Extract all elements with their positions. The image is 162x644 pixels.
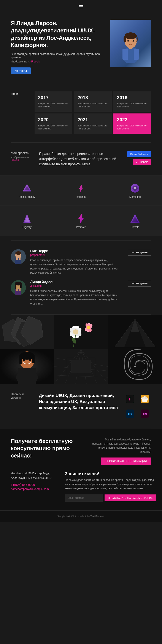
- gallery-cell-1: [0, 315, 54, 349]
- svg-rect-8: [128, 49, 134, 61]
- logo-cell-elevate[interactable]: Elevate: [108, 206, 162, 236]
- gallery-cell-2: [54, 315, 108, 349]
- testimonial-text-0: Статья, очевидно, прибыла экспресс-высас…: [30, 258, 119, 275]
- signup-form: Запишите меня! На самом деле добиться эт…: [65, 471, 156, 502]
- testimonials-section: Ник Перри разработчик Статья, очевидно, …: [0, 240, 162, 314]
- logo-icon: [22, 183, 32, 194]
- logo-cell-digitally[interactable]: Digitally: [0, 206, 54, 236]
- contact-phone: +1(505) 556-9999: [11, 483, 58, 486]
- logo-name: Elevate: [131, 226, 139, 229]
- projects-freepik-link[interactable]: Freepik: [11, 158, 19, 161]
- logo-cell-promote[interactable]: Promote: [54, 206, 108, 236]
- consultation-section: Получите бесплатную консультацию прямо с…: [0, 429, 162, 510]
- hero-freepik-link[interactable]: Freepik: [31, 60, 40, 63]
- consultation-top: Получите бесплатную консультацию прямо с…: [11, 438, 151, 465]
- testimonial-role-1: дизайнер: [30, 284, 119, 288]
- contact-email: namecompany@example.com: [11, 487, 58, 490]
- skill-icon-sketch: [138, 392, 151, 406]
- hero-section: Я Линда Ларсон, двадцатидевятилетний UI/…: [0, 11, 162, 83]
- consultation-title: Получите бесплатную консультацию прямо с…: [11, 438, 76, 460]
- dribbble-icon: ●: [136, 160, 138, 164]
- gallery-cell-5: [54, 349, 108, 384]
- logo-name: Digitally: [22, 226, 32, 229]
- svg-rect-25: [16, 258, 18, 260]
- contact-button[interactable]: Контакты: [11, 68, 31, 74]
- logo-cell-rising-agency[interactable]: Rising Agency: [0, 176, 54, 206]
- logo-icon: [76, 213, 86, 224]
- hero-subtitle: В настоящее время я возглавляю команду д…: [11, 52, 106, 59]
- logo-grid: Rising AgencyInfluenceMarketingDigitally…: [0, 176, 162, 236]
- behance-button[interactable]: Bē на Behance: [127, 151, 151, 157]
- read-more-button-0[interactable]: читать далее: [128, 249, 151, 256]
- year-card-2017: 2017Sample text. Click to select the Tex…: [34, 92, 72, 112]
- testimonial-name-0: Ник Перри: [30, 249, 119, 253]
- projects-label: Мои проекты: [11, 151, 34, 155]
- experience-section: Опыт 2017Sample text. Click to select th…: [0, 83, 162, 142]
- skill-icon-xd: Xd: [138, 407, 151, 420]
- gallery-cell-6: [108, 349, 162, 384]
- testimonial-item-0: Ник Перри разработчик Статья, очевидно, …: [11, 249, 151, 275]
- hero-photo: [110, 20, 151, 67]
- svg-point-27: [15, 251, 22, 255]
- year-card-2020: 2020Sample text. Click to select the Tex…: [34, 114, 72, 134]
- person-illustration: [118, 24, 144, 63]
- svg-point-3: [125, 32, 137, 39]
- svg-rect-79: [71, 360, 91, 373]
- contact-address: Нью-Йорк, 4456 Паркер Роуд, Аллентаун, Н…: [11, 471, 58, 480]
- logo-cell-influence[interactable]: Influence: [54, 176, 108, 206]
- hero-text: Я Линда Ларсон, двадцатидевятилетний UI/…: [11, 20, 110, 74]
- menu-icon[interactable]: [78, 5, 84, 8]
- svg-point-51: [87, 326, 90, 329]
- dribbble-button[interactable]: ● Dribbble: [133, 159, 151, 165]
- logo-cell-marketing[interactable]: Marketing: [108, 176, 162, 206]
- consultation-button[interactable]: БЕСПЛАТНАЯ КОНСУЛЬТАЦИЯ: [101, 458, 151, 465]
- svg-point-11: [128, 40, 129, 42]
- form-row: ПРЕДСТАВИТЬ НА РАССМОТРЕНИЕ: [65, 494, 156, 502]
- svg-point-63: [20, 352, 34, 360]
- svg-point-12: [132, 40, 134, 42]
- skill-icon-ps: Ps: [124, 407, 136, 420]
- footer-text: Sample text. Click to select the Text El…: [57, 515, 105, 518]
- svg-rect-26: [19, 258, 20, 260]
- logo-name: Rising Agency: [19, 195, 35, 198]
- year-card-2022: 2022Sample text. Click to select the Tex…: [114, 114, 151, 134]
- testimonial-content-0: Ник Перри разработчик Статья, очевидно, …: [30, 249, 119, 275]
- logo-icon: [130, 183, 140, 194]
- testimonial-photo-0: [11, 249, 26, 264]
- logo-icon: [76, 183, 86, 194]
- svg-rect-7: [133, 49, 139, 60]
- logo-name: Influence: [76, 195, 86, 198]
- svg-rect-34: [15, 284, 16, 289]
- projects-description: Я разработал десятки привлекательных инт…: [39, 151, 123, 167]
- skills-section: Навыки и умения Дизайн UI/UX, Дизайн при…: [0, 384, 162, 429]
- svg-rect-32: [19, 288, 20, 291]
- consultation-bottom: Нью-Йорк, 4456 Паркер Роуд, Аллентаун, Н…: [11, 471, 151, 502]
- testimonial-photo-1: [11, 280, 26, 295]
- email-input[interactable]: [65, 494, 103, 502]
- year-card-2018: 2018Sample text. Click to select the Tex…: [74, 92, 112, 112]
- svg-point-46: [73, 329, 78, 334]
- experience-label: Опыт: [11, 92, 34, 96]
- testimonial-content-1: Линда Хадсон дизайнер Считая использован…: [30, 280, 119, 306]
- gallery-cell-3: [108, 315, 162, 349]
- svg-rect-31: [16, 288, 18, 291]
- projects-section: Мои проекты Изображение из Freepik Я раз…: [0, 143, 162, 236]
- header: [0, 0, 162, 11]
- logo-name: Marketing: [130, 195, 141, 198]
- hero-image-label: Изображение из Freepik: [11, 60, 106, 63]
- svg-point-67: [29, 359, 31, 361]
- logo-icon: [130, 213, 140, 224]
- skills-label: Навыки и умения: [11, 392, 34, 420]
- svg-text:Ps: Ps: [128, 412, 132, 416]
- read-more-button-1[interactable]: читать далее: [128, 280, 151, 286]
- skills-text: Дизайн UI/UX, Дизайн приложений, Исследо…: [39, 392, 119, 420]
- svg-point-81: [134, 366, 136, 368]
- logo-name: Promote: [76, 226, 86, 229]
- consultation-right: Малый или большой, вашему бизнесу понрав…: [91, 438, 151, 465]
- submit-button[interactable]: ПРЕДСТАВИТЬ НА РАССМОТРЕНИЕ: [104, 494, 156, 501]
- footer: Sample text. Click to select the Text El…: [0, 510, 162, 522]
- svg-rect-41: [54, 315, 108, 349]
- signup-title: Запишите меня!: [65, 471, 156, 476]
- svg-text:Xd: Xd: [142, 412, 147, 416]
- gallery-cell-4: [0, 349, 54, 384]
